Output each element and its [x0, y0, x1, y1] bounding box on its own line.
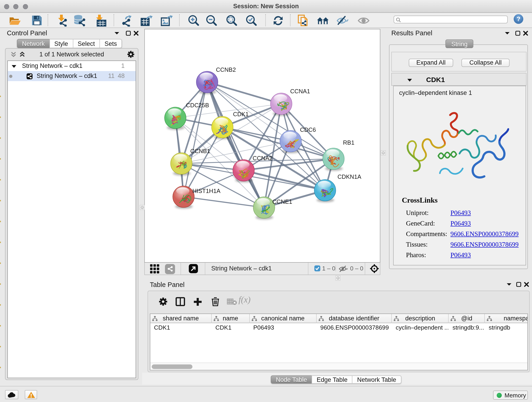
table-cell: 9606.ENSP00000378699 — [317, 323, 392, 332]
column-header-description[interactable]: description — [392, 314, 449, 323]
panel-menu-icon[interactable] — [506, 281, 513, 288]
crosslink-link[interactable]: P06493 — [450, 218, 471, 229]
warnings-button[interactable] — [25, 390, 37, 399]
status-bar: Memory — [0, 386, 532, 402]
zoom-fit-icon[interactable] — [225, 14, 238, 27]
column-header--id[interactable]: @id — [449, 314, 485, 323]
column-header-canonical-name[interactable]: canonical name — [249, 314, 317, 323]
panel-close-icon[interactable] — [524, 281, 530, 288]
main-toolbar: ? — [0, 13, 532, 28]
table-cell: CDK1 — [212, 323, 249, 332]
tab-string[interactable]: String — [445, 39, 474, 48]
delete-column-icon[interactable] — [210, 297, 220, 307]
bottom-splitter-handle[interactable] — [335, 275, 340, 280]
cloud-button[interactable] — [5, 390, 18, 399]
search-input[interactable] — [402, 16, 506, 23]
tab-edge-table[interactable]: Edge Table — [312, 375, 353, 384]
panel-close-icon[interactable] — [523, 29, 529, 37]
birdseye-grid-icon[interactable] — [150, 264, 159, 274]
horizontal-scrollbar[interactable] — [150, 363, 527, 370]
collapse-all-networks-icon[interactable] — [10, 51, 17, 58]
center-view-icon[interactable] — [369, 264, 380, 274]
crosslink-row: GeneCard:P06493 — [402, 218, 521, 229]
table-panel: Table Panel — [142, 281, 532, 386]
toolbar-separator — [265, 14, 266, 26]
zoom-out-icon[interactable] — [205, 14, 218, 27]
help-icon[interactable]: ? — [514, 14, 523, 24]
network-share-icon[interactable] — [165, 264, 175, 274]
tab-sets[interactable]: Sets — [99, 39, 122, 48]
network-row[interactable]: String Network – cdk1 11 48 — [8, 71, 136, 81]
network-options-gear-icon[interactable] — [127, 51, 135, 58]
column-header-name[interactable]: name — [212, 314, 249, 323]
collection-caret-icon[interactable] — [12, 65, 17, 68]
results-panel-title: Results Panel — [391, 29, 432, 37]
network-list-toolbar: 1 of 1 Network selected — [6, 49, 138, 61]
table-cell: cyclin–dependent ... — [392, 323, 449, 332]
panel-close-icon[interactable] — [133, 29, 140, 37]
section-caret-icon[interactable] — [407, 78, 412, 82]
selected-checkbox-icon[interactable] — [314, 265, 320, 271]
network-view-toolbar: String Network – cdk1 1 – 0 0 – 0 — [144, 263, 380, 275]
expand-all-networks-icon[interactable] — [19, 51, 26, 58]
table-row[interactable]: CDK1CDK1P064939606.ENSP00000378699cyclin… — [150, 323, 527, 332]
column-header-namespace[interactable]: namespace — [485, 314, 528, 323]
crosslinks-section: CrossLinks Uniprot:P06493GeneCard:P06493… — [402, 196, 521, 260]
zoom-in-icon[interactable] — [187, 14, 200, 27]
crosslink-link[interactable]: 9606.ENSP00000378699 — [450, 229, 519, 239]
left-splitter-handle[interactable] — [140, 205, 145, 210]
refresh-icon[interactable] — [272, 14, 284, 27]
show-all-icon[interactable] — [357, 14, 370, 27]
export-network-icon[interactable] — [121, 14, 133, 27]
split-columns-icon[interactable] — [175, 297, 185, 307]
column-header-shared-name[interactable]: shared name — [150, 314, 212, 323]
tab-network-table[interactable]: Network Table — [352, 375, 401, 384]
search-box — [394, 15, 508, 23]
hide-selected-icon[interactable] — [336, 14, 349, 27]
expand-all-button[interactable]: Expand All — [409, 59, 453, 67]
import-network-database-icon[interactable] — [73, 14, 86, 27]
scrollbar-thumb[interactable] — [152, 364, 192, 369]
network-canvas[interactable]: CCNB2CCNA1CDC25BCDK1CDC6RB1CCNB1CCNA2CDK… — [144, 29, 380, 263]
open-file-icon[interactable] — [9, 14, 21, 27]
import-network-file-icon[interactable] — [56, 14, 68, 27]
save-session-icon[interactable] — [31, 14, 43, 27]
memory-button[interactable]: Memory — [493, 390, 528, 400]
table-cell: P06493 — [249, 323, 317, 332]
network-collection-row[interactable]: String Network – cdk1 1 — [8, 61, 136, 71]
gene-section-header[interactable]: CDK1 — [391, 73, 526, 86]
zoom-selected-icon[interactable] — [245, 14, 258, 27]
node-table[interactable]: shared namenamecanonical namedatabase id… — [150, 313, 528, 370]
separator — [181, 263, 181, 274]
panel-menu-icon[interactable] — [505, 29, 511, 37]
copy-network-icon[interactable] — [297, 14, 309, 27]
tab-network[interactable]: Network — [17, 39, 50, 48]
export-table-icon[interactable] — [141, 14, 153, 27]
gear-icon[interactable] — [158, 297, 168, 307]
column-header-database-identifier[interactable]: database identifier — [317, 314, 392, 323]
delete-table-icon[interactable] — [227, 297, 237, 307]
tab-select[interactable]: Select — [73, 39, 100, 48]
open-in-window-icon[interactable] — [189, 264, 198, 273]
export-image-icon[interactable] — [161, 14, 173, 27]
import-table-file-icon[interactable] — [94, 14, 107, 27]
first-neighbors-icon[interactable] — [317, 14, 329, 27]
crosslink-link[interactable]: P06493 — [450, 208, 471, 218]
collapse-all-button[interactable]: Collapse All — [462, 59, 510, 67]
crosslink-link[interactable]: P06493 — [450, 250, 471, 260]
svg-text:CDC25B: CDC25B — [186, 102, 209, 108]
panel-menu-icon[interactable] — [114, 29, 120, 37]
tab-style[interactable]: Style — [49, 39, 73, 48]
panel-float-icon[interactable] — [126, 29, 132, 37]
right-splitter-handle[interactable] — [380, 150, 386, 155]
add-column-icon[interactable] — [193, 297, 203, 307]
protein-structure-image — [404, 105, 509, 190]
crosslink-link[interactable]: 9606.ENSP00000378699 — [450, 239, 519, 250]
svg-text:CCNB2: CCNB2 — [216, 66, 236, 73]
panel-float-icon[interactable] — [515, 29, 521, 37]
function-builder-icon[interactable]: f(x) — [239, 295, 251, 305]
hidden-eye-icon[interactable] — [339, 265, 348, 272]
results-panel-header: Results Panel — [388, 29, 530, 38]
tab-node-table[interactable]: Node Table — [271, 375, 312, 384]
panel-float-icon[interactable] — [516, 281, 522, 288]
